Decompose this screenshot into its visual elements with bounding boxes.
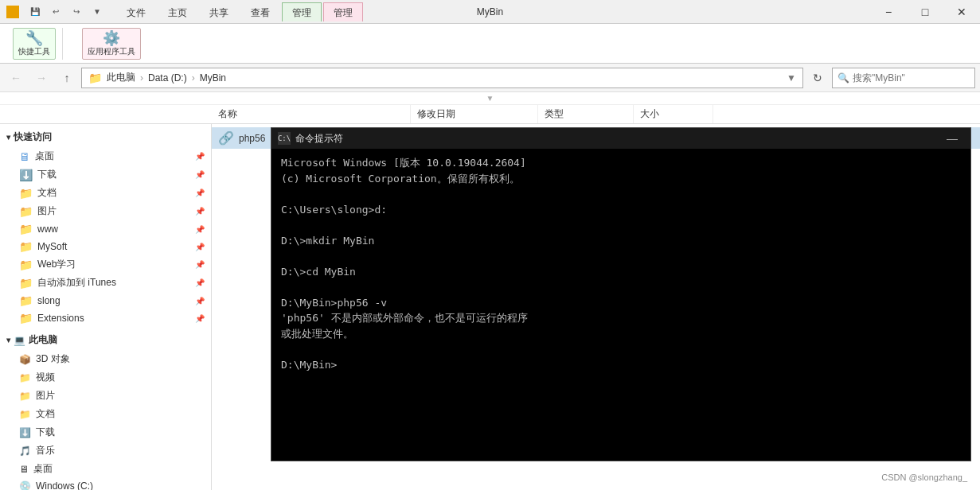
sidebar-item-3dobjects[interactable]: 📦 3D 对象 xyxy=(0,350,211,368)
pictures-icon: 📁 xyxy=(19,205,33,218)
back-button[interactable]: ← xyxy=(5,68,27,88)
tab-share[interactable]: 共享 xyxy=(199,2,239,21)
sidebar-item-documents-label: 文档 xyxy=(37,186,57,200)
downloads2-icon: ⬇️ xyxy=(19,427,31,438)
sidebar-item-pictures[interactable]: 📁 图片 📌 xyxy=(0,202,211,220)
close-button[interactable]: ✕ xyxy=(943,0,980,24)
sidebar-item-www[interactable]: 📁 www 📌 xyxy=(0,220,211,238)
ribbon-quicktools-btn[interactable]: 🔧 快捷工具 xyxy=(13,28,56,60)
slong-icon: 📁 xyxy=(19,294,33,307)
cmd-app-icon: C:\ xyxy=(278,132,291,145)
sidebar-item-videos[interactable]: 📁 视频 xyxy=(0,368,211,387)
crumb-mybin[interactable]: MyBin xyxy=(200,72,226,84)
sidebar-item-extensions[interactable]: 📁 Extensions 📌 xyxy=(0,309,211,327)
window-title: MyBin xyxy=(477,6,503,18)
tab-manage2[interactable]: 管理 xyxy=(323,2,363,21)
ribbon: 🔧 快捷工具 ⚙️ 应用程序工具 xyxy=(0,24,980,64)
sidebar-thispc-label: 此电脑 xyxy=(29,333,57,347)
cmd-content[interactable]: Microsoft Windows [版本 10.0.19044.2604] (… xyxy=(271,149,970,461)
csdn-watermark: CSDN @slongzhang_ xyxy=(881,472,967,482)
sidebar-item-music[interactable]: 🎵 音乐 xyxy=(0,441,211,460)
sidebar-item-windows-c[interactable]: 💿 Windows (C:) xyxy=(0,478,211,490)
mysoft-icon: 📁 xyxy=(19,240,33,253)
ribbon-apptools-btn[interactable]: ⚙️ 应用程序工具 xyxy=(82,28,141,60)
quick-undo-btn[interactable]: ↩ xyxy=(46,4,65,20)
tab-manage1[interactable]: 管理 xyxy=(282,2,322,21)
quick-chevron-btn[interactable]: ▼ xyxy=(88,4,107,20)
address-chevron-icon[interactable]: ▼ xyxy=(787,72,796,84)
quick-access-toolbar: 💾 ↩ ↪ ▼ xyxy=(25,4,107,20)
up-button[interactable]: ↑ xyxy=(56,68,78,88)
thispc-chevron-icon: ▾ xyxy=(6,336,10,344)
sidebar-item-mysoft-label: MySoft xyxy=(37,241,67,252)
pin-icon-doc: 📌 xyxy=(195,189,205,197)
documents-icon: 📁 xyxy=(19,187,33,200)
cmd-minimize-btn[interactable]: — xyxy=(940,130,964,146)
sidebar: ▾ 快速访问 🖥 桌面 📌 ⬇️ 下载 📌 📁 文档 📌 xyxy=(0,124,212,490)
sidebar-item-music-label: 音乐 xyxy=(36,444,55,457)
col-header-type[interactable]: 类型 xyxy=(538,105,634,123)
cmd-titlebar: C:\ 命令提示符 — xyxy=(271,128,970,149)
music-icon: 🎵 xyxy=(19,445,31,457)
sidebar-item-itunes-label: 自动添加到 iTunes xyxy=(37,276,116,290)
app-icon xyxy=(6,6,19,18)
desktop2-icon: 🖥 xyxy=(19,464,29,475)
webstudy-icon: 📁 xyxy=(19,259,33,271)
tab-file[interactable]: 文件 xyxy=(116,2,156,21)
sidebar-item-desktop-label: 桌面 xyxy=(35,150,54,163)
sidebar-item-downloads[interactable]: ⬇️ 下载 📌 xyxy=(0,165,211,184)
desktop-icon: 🖥 xyxy=(19,150,30,163)
sidebar-item-desktop[interactable]: 🖥 桌面 📌 xyxy=(0,147,211,165)
videos-icon: 📁 xyxy=(19,372,31,383)
pin-icon-mysoft: 📌 xyxy=(195,243,205,251)
sidebar-item-downloads2[interactable]: ⬇️ 下载 xyxy=(0,423,211,441)
col-header-size[interactable]: 大小 xyxy=(634,105,713,123)
search-input[interactable] xyxy=(853,72,972,84)
sidebar-item-slong[interactable]: 📁 slong 📌 xyxy=(0,292,211,309)
sidebar-item-documents2[interactable]: 📁 文档 xyxy=(0,405,211,423)
col-header-date[interactable]: 修改日期 xyxy=(411,105,538,123)
title-bar-left: 💾 ↩ ↪ ▼ xyxy=(0,4,113,20)
sidebar-item-pictures2[interactable]: 📁 图片 xyxy=(0,387,211,405)
tab-view[interactable]: 查看 xyxy=(240,2,280,21)
refresh-button[interactable]: ↻ xyxy=(806,68,829,88)
tab-home[interactable]: 主页 xyxy=(158,2,197,21)
maximize-button[interactable]: □ xyxy=(907,0,943,24)
search-box[interactable]: 🔍 xyxy=(832,68,975,88)
sidebar-item-webstudy[interactable]: 📁 Web学习 📌 xyxy=(0,255,211,274)
quick-save-btn[interactable]: 💾 xyxy=(25,4,45,20)
sidebar-item-itunes[interactable]: 📁 自动添加到 iTunes 📌 xyxy=(0,274,211,292)
crumb-thispc[interactable]: 此电脑 xyxy=(107,71,135,84)
documents2-icon: 📁 xyxy=(19,409,31,420)
expand-chevron-icon[interactable]: ▼ xyxy=(486,94,494,103)
sidebar-quickaccess-header[interactable]: ▾ 快速访问 xyxy=(0,127,211,147)
forward-button[interactable]: → xyxy=(30,68,53,88)
thispc-icon: 💻 xyxy=(14,335,25,346)
sidebar-item-windows-c-label: Windows (C:) xyxy=(36,480,93,490)
cmd-title-text: 命令提示符 xyxy=(295,132,935,146)
title-bar: 💾 ↩ ↪ ▼ 文件 主页 共享 查看 管理 管理 MyBin − □ ✕ xyxy=(0,0,980,24)
sidebar-item-desktop2[interactable]: 🖥 桌面 xyxy=(0,460,211,478)
quick-redo-btn[interactable]: ↪ xyxy=(67,4,86,20)
csdn-watermark-text: CSDN @slongzhang_ xyxy=(881,472,967,482)
sidebar-item-pictures-label: 图片 xyxy=(37,204,57,218)
sidebar-item-mysoft[interactable]: 📁 MySoft 📌 xyxy=(0,238,211,255)
sidebar-item-downloads2-label: 下载 xyxy=(36,426,55,439)
crumb-datad[interactable]: Data (D:) xyxy=(148,72,187,84)
sidebar-item-3dobjects-label: 3D 对象 xyxy=(36,352,70,366)
sidebar-item-slong-label: slong xyxy=(37,295,61,306)
pin-icon-ext: 📌 xyxy=(195,314,205,323)
pin-icon: 📌 xyxy=(195,152,205,161)
itunes-icon: 📁 xyxy=(19,277,33,290)
pin-icon-itunes: 📌 xyxy=(195,278,205,287)
apptools-icon: ⚙️ xyxy=(103,30,120,46)
col-header-name[interactable]: 名称 xyxy=(212,105,411,123)
search-icon: 🔍 xyxy=(837,72,849,84)
sidebar-item-documents[interactable]: 📁 文档 📌 xyxy=(0,184,211,202)
sidebar-item-www-label: www xyxy=(37,224,58,235)
pin-icon-pic: 📌 xyxy=(195,207,205,216)
minimize-button[interactable]: − xyxy=(870,0,907,24)
pin-icon-www: 📌 xyxy=(195,225,205,234)
address-box[interactable]: 📁 此电脑 › Data (D:) › MyBin ▼ xyxy=(81,68,803,88)
sidebar-thispc-header[interactable]: ▾ 💻 此电脑 xyxy=(0,330,211,350)
